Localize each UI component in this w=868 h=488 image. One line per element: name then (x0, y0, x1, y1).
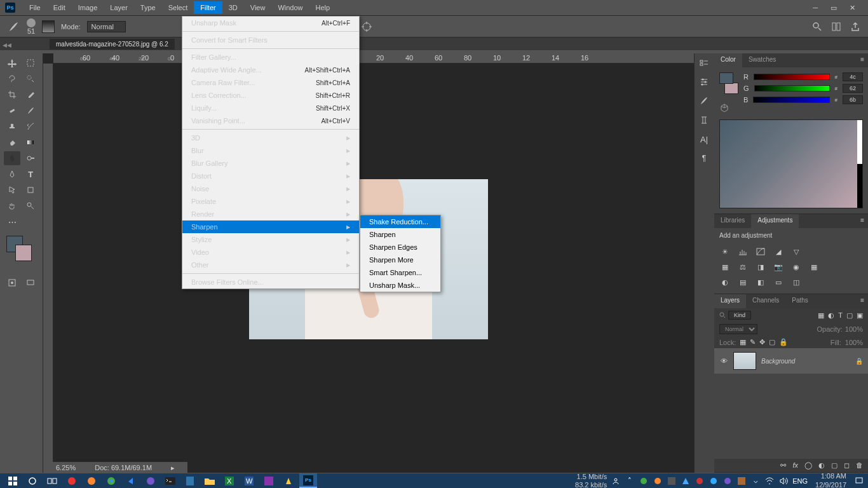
bluetooth-icon[interactable]: ⌵ (750, 476, 761, 486)
filter-smart-icon[interactable]: ▣ (857, 311, 863, 320)
move-tool[interactable] (4, 56, 20, 70)
brush-size-preview[interactable]: 51 (27, 18, 36, 35)
tab-color[interactable]: Color (714, 53, 742, 67)
lock-position-icon[interactable]: ✥ (759, 338, 765, 346)
brushes-panel-icon[interactable] (697, 95, 711, 107)
stamp-tool[interactable] (4, 119, 20, 133)
menu-select[interactable]: Select (162, 1, 194, 14)
menu-edit[interactable]: Edit (47, 1, 72, 14)
eyedropper-tool[interactable] (23, 88, 39, 102)
r-value[interactable]: 4c (843, 72, 863, 81)
panel-menu-icon[interactable]: ≡ (857, 214, 868, 228)
healing-tool[interactable] (4, 104, 20, 118)
status-arrow[interactable]: ▸ (171, 464, 175, 472)
layer-name[interactable]: Background (761, 358, 795, 365)
tray-app1[interactable] (639, 476, 649, 486)
target-icon[interactable] (361, 21, 372, 32)
levels-icon[interactable] (737, 247, 749, 257)
visibility-toggle[interactable]: 👁 (719, 356, 728, 365)
filter-shape-icon[interactable]: ▢ (846, 311, 853, 320)
panel-menu-icon[interactable]: ≡ (857, 53, 868, 67)
menu-item[interactable]: Filter Gallery... (182, 51, 359, 64)
clock[interactable]: 1:08 AM12/9/2017 (811, 472, 850, 488)
share-icon[interactable] (850, 22, 860, 32)
close-button[interactable]: ✕ (850, 4, 855, 12)
screen-mode[interactable] (23, 276, 39, 290)
hand-tool[interactable] (4, 199, 20, 213)
word-icon[interactable]: W (240, 473, 258, 488)
winrar-icon[interactable] (260, 473, 278, 488)
delete-layer-icon[interactable]: 🗑 (856, 461, 863, 470)
menu-item[interactable]: Blur▶ (182, 144, 359, 157)
menu-item[interactable]: Stylize▶ (182, 233, 359, 246)
balance-icon[interactable]: ⚖ (737, 262, 749, 272)
layer-thumbnail[interactable] (733, 352, 756, 370)
submenu-item[interactable]: Sharpen (360, 228, 440, 241)
language-indicator[interactable]: ENG (792, 477, 808, 485)
color-swatches[interactable] (4, 236, 39, 262)
minimize-button[interactable]: ─ (813, 4, 818, 12)
document-tab[interactable]: malvestida-magazine-270528.jpg @ 6.2 (50, 39, 175, 50)
lock-brush-icon[interactable]: ✎ (750, 338, 756, 346)
fill-value[interactable]: 100% (845, 339, 863, 346)
mask-icon[interactable]: ◯ (804, 461, 812, 470)
menu-item[interactable]: Unsharp MaskAlt+Ctrl+F (182, 17, 359, 29)
path-select-tool[interactable] (4, 183, 20, 197)
gradient-map-icon[interactable]: ▭ (773, 277, 784, 287)
submenu-item[interactable]: Unsharp Mask... (360, 279, 440, 292)
properties-panel-icon[interactable] (697, 76, 711, 88)
color-lookup-icon[interactable]: ▦ (808, 262, 820, 272)
firefox-icon[interactable] (83, 473, 100, 488)
exposure-icon[interactable]: ◢ (773, 247, 784, 257)
photo-filter-icon[interactable]: 📷 (773, 262, 784, 272)
quick-mask[interactable] (4, 276, 20, 290)
opacity-value[interactable]: 100% (845, 325, 863, 333)
bg-swatch[interactable] (724, 83, 738, 94)
menu-item[interactable]: Video▶ (182, 246, 359, 259)
opera-icon[interactable] (63, 473, 81, 488)
menu-item[interactable]: Liquify...Shift+Ctrl+X (182, 102, 359, 114)
curves-icon[interactable] (755, 247, 766, 257)
selective-color-icon[interactable]: ◫ (790, 277, 802, 287)
adjustment-layer-icon[interactable]: ◐ (818, 461, 825, 470)
posterize-icon[interactable]: ▤ (737, 277, 749, 287)
background-color[interactable] (15, 245, 32, 261)
tray-app2[interactable] (653, 476, 663, 486)
tray-app5[interactable] (695, 476, 705, 486)
doc-size[interactable]: Doc: 69.1M/69.1M (95, 464, 152, 471)
menu-filter[interactable]: Filter (194, 1, 222, 14)
layer-filter-select[interactable]: Kind (728, 311, 751, 320)
cube-icon[interactable] (719, 103, 729, 113)
taskview-icon[interactable] (43, 473, 61, 488)
menu-image[interactable]: Image (72, 1, 104, 14)
marquee-tool[interactable] (23, 56, 39, 70)
hue-icon[interactable]: ▦ (719, 262, 731, 272)
pen-tool[interactable] (4, 167, 20, 181)
crop-tool[interactable] (4, 88, 20, 102)
dodge-tool[interactable] (23, 151, 39, 165)
color-picker-gradient[interactable] (719, 119, 863, 208)
tray-app7[interactable] (722, 476, 733, 486)
vscode-icon[interactable] (122, 473, 140, 488)
wifi-icon[interactable] (764, 476, 775, 486)
menu-3d[interactable]: 3D (222, 1, 244, 14)
menu-view[interactable]: View (244, 1, 272, 14)
menu-item[interactable]: Render▶ (182, 208, 359, 220)
tab-swatches[interactable]: Swatches (742, 53, 782, 67)
tab-libraries[interactable]: Libraries (714, 214, 751, 228)
bw-icon[interactable]: ◨ (755, 262, 766, 272)
start-button[interactable] (4, 473, 22, 488)
zoom-level[interactable]: 6.25% (56, 464, 76, 471)
link-layers-icon[interactable]: ⚯ (780, 461, 786, 470)
menu-help[interactable]: Help (309, 1, 337, 14)
tab-paths[interactable]: Paths (785, 294, 815, 308)
people-icon[interactable] (611, 476, 621, 486)
lock-all-icon[interactable]: 🔒 (779, 338, 788, 346)
menu-layer[interactable]: Layer (104, 1, 134, 14)
menu-item[interactable]: Other▶ (182, 259, 359, 271)
chrome-icon[interactable] (102, 473, 120, 488)
submenu-item[interactable]: Sharpen Edges (360, 241, 440, 254)
new-layer-icon[interactable]: ◻ (844, 461, 850, 470)
blend-mode-select[interactable]: Normal (87, 21, 126, 32)
edit-toolbar[interactable]: ⋯ (4, 215, 20, 229)
